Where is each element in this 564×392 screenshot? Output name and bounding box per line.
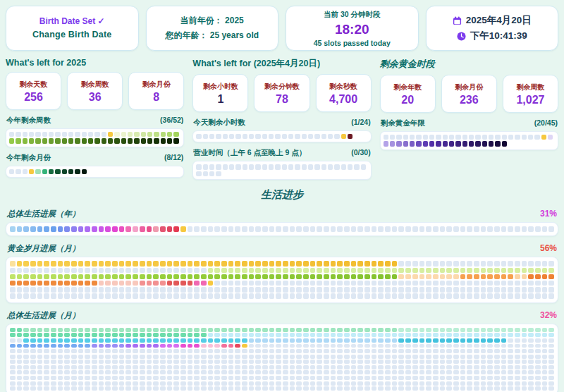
time-square — [405, 365, 411, 369]
time-square — [78, 333, 84, 337]
time-square — [487, 376, 493, 380]
time-square — [201, 376, 207, 380]
time-square — [522, 349, 527, 353]
time-square — [296, 381, 302, 386]
time-square — [460, 226, 466, 232]
time-square — [443, 135, 448, 140]
time-square — [188, 338, 193, 343]
time-square — [30, 370, 36, 374]
time-square — [94, 132, 99, 137]
time-square — [64, 274, 70, 280]
time-square — [58, 365, 63, 369]
time-square — [29, 132, 34, 137]
time-square — [44, 381, 49, 386]
time-square — [357, 355, 363, 359]
time-square — [276, 268, 281, 274]
time-square — [542, 386, 548, 391]
time-square — [467, 355, 472, 359]
time-square — [283, 370, 288, 374]
time-square — [331, 376, 336, 380]
time-square — [214, 344, 220, 348]
time-square — [378, 281, 384, 286]
time-square — [71, 365, 77, 369]
time-square — [160, 376, 166, 380]
time-square — [94, 138, 99, 143]
time-square — [385, 261, 391, 267]
time-square — [276, 349, 281, 353]
time-square — [508, 338, 513, 343]
time-square — [133, 349, 138, 353]
time-square — [302, 164, 307, 169]
time-square — [290, 376, 295, 380]
mini-grid-count: (20/45) — [534, 118, 558, 127]
time-square — [446, 360, 452, 364]
time-square — [481, 226, 486, 232]
time-square — [78, 328, 84, 332]
time-square — [535, 293, 541, 299]
time-square — [357, 333, 363, 337]
time-square — [542, 268, 548, 274]
time-square — [180, 328, 186, 332]
time-square — [328, 164, 333, 169]
time-square — [460, 360, 466, 364]
time-square — [262, 381, 268, 386]
time-square — [351, 360, 357, 364]
time-square — [62, 138, 67, 143]
time-square — [119, 355, 125, 359]
time-square — [372, 268, 377, 274]
time-square — [71, 344, 77, 348]
time-square — [229, 164, 234, 169]
time-square — [331, 287, 336, 293]
time-square — [51, 344, 56, 348]
time-square — [481, 355, 486, 359]
time-square — [235, 365, 240, 369]
time-square — [188, 370, 193, 374]
time-square — [112, 293, 118, 299]
time-square — [160, 365, 166, 369]
time-square — [44, 333, 49, 337]
time-square — [173, 386, 179, 391]
time-square — [357, 386, 363, 391]
time-square — [99, 274, 104, 280]
time-square — [522, 333, 527, 337]
top-summary-row: Birth Date Set ✓ Change Birth Date 当前年份：… — [6, 6, 558, 51]
time-square — [310, 381, 316, 386]
time-square — [501, 355, 507, 359]
time-square — [453, 287, 459, 293]
time-square — [160, 338, 166, 343]
time-square — [535, 344, 541, 348]
time-square — [515, 261, 520, 267]
change-birth-date-button[interactable]: Change Birth Date — [28, 29, 116, 40]
time-square — [214, 226, 220, 232]
time-square — [153, 349, 159, 353]
golden-years-left-grid — [380, 131, 558, 150]
time-square — [147, 274, 152, 280]
life-progress-section-title: 生活进步 — [0, 188, 564, 202]
time-square — [71, 281, 77, 286]
time-square — [310, 349, 316, 353]
time-square — [221, 365, 227, 369]
time-square — [453, 344, 459, 348]
time-square — [392, 381, 398, 386]
time-square — [112, 355, 118, 359]
time-square — [357, 344, 363, 348]
time-square — [17, 355, 23, 359]
time-square — [153, 333, 159, 337]
stat-label: 剩余周数 — [81, 80, 109, 90]
time-square — [481, 349, 486, 353]
time-square — [522, 365, 527, 369]
time-square — [412, 338, 418, 343]
time-square — [535, 386, 541, 391]
slot-value: 18:20 — [335, 23, 369, 36]
time-square — [134, 132, 139, 137]
time-square — [221, 338, 227, 343]
time-square — [392, 349, 398, 353]
time-square — [446, 281, 452, 286]
time-square — [462, 141, 467, 146]
time-square — [481, 365, 486, 369]
mini-grid-count: (36/52) — [160, 116, 183, 124]
time-square — [302, 134, 307, 139]
time-square — [160, 344, 166, 348]
time-square — [188, 281, 193, 286]
time-square — [201, 360, 207, 364]
